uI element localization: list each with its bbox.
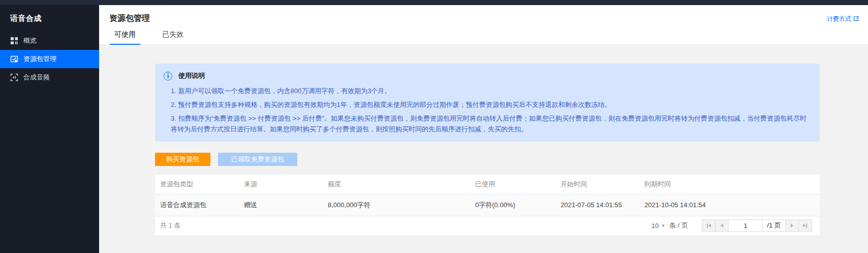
- notice-line: 1. 新用户可以领取一个免费资源包，内含800万调用字符，有效期为3个月。: [171, 86, 810, 96]
- sidebar-item-synth-audio[interactable]: 合成音频: [0, 68, 99, 87]
- sidebar: 语音合成 概览 资源包管理 合成音频: [0, 5, 99, 253]
- page-size-value: 10: [652, 222, 659, 230]
- col-start-time: 开始时间: [555, 175, 639, 194]
- usage-notice: i 使用说明 1. 新用户可以领取一个免费资源包，内含800万调用字符，有效期为…: [155, 64, 820, 142]
- cell-used: 0字符(0.00%): [470, 194, 555, 216]
- sidebar-item-label: 合成音频: [23, 73, 50, 82]
- col-quota: 额度: [323, 175, 470, 194]
- page-header: 资源包管理 计费方式 可使用 已失效: [99, 5, 868, 45]
- per-page-label: 条 / 页: [669, 221, 688, 230]
- content-area: i 使用说明 1. 新用户可以领取一个免费资源包，内含800万调用字符，有效期为…: [99, 45, 868, 252]
- col-source: 来源: [239, 175, 323, 194]
- main-panel: 资源包管理 计费方式 可使用 已失效 i 使用说明 1. 新用户可以领取一个免费…: [99, 5, 868, 253]
- global-top-bar: [0, 0, 868, 5]
- billing-method-label: 计费方式: [827, 15, 851, 23]
- prev-page-icon: [721, 223, 723, 228]
- sidebar-item-label: 概览: [23, 36, 37, 45]
- tab-bar: 可使用 已失效: [110, 26, 205, 45]
- sidebar-item-label: 资源包管理: [23, 54, 56, 64]
- next-page-button[interactable]: [785, 219, 799, 232]
- table-header-row: 资源包类型 来源 额度 已使用 开始时间 到期时间: [155, 175, 820, 194]
- tab-expired[interactable]: 已失效: [158, 26, 188, 45]
- page-number-input[interactable]: [728, 219, 763, 232]
- col-expire-time: 到期时间: [639, 175, 820, 194]
- audio-scan-icon: [10, 73, 18, 81]
- first-page-button[interactable]: [702, 219, 716, 232]
- page-size-select[interactable]: 10 ▼ 条 / 页: [652, 221, 688, 230]
- cell-package-type: 语音合成资源包: [155, 194, 239, 216]
- col-package-type: 资源包类型: [155, 175, 239, 194]
- cell-start-time: 2021-07-05 14:01:55: [555, 194, 639, 216]
- billing-method-link[interactable]: 计费方式: [827, 15, 859, 23]
- prev-page-button[interactable]: [715, 219, 729, 232]
- action-bar: 购买资源包 已领取免费资源包: [155, 153, 820, 166]
- tab-available[interactable]: 可使用: [110, 26, 140, 45]
- notice-line: 2. 预付费资源包支持多种规格，购买的资源包有效期均为1年，资源包额度未使用完的…: [171, 99, 810, 110]
- sidebar-item-overview[interactable]: 概览: [0, 32, 99, 50]
- external-link-icon: [853, 16, 859, 23]
- table-footer: 共 1 条 10 ▼ 条 / 页: [155, 216, 820, 235]
- notice-line: 3. 扣费顺序为“免费资源包 >> 付费资源包 >> 后付费”。如果您未购买付费…: [171, 113, 810, 134]
- package-check-icon: [10, 55, 18, 63]
- col-used: 已使用: [470, 175, 555, 194]
- notice-body: 1. 新用户可以领取一个免费资源包，内含800万调用字符，有效期为3个月。 2.…: [171, 86, 810, 134]
- page-title: 资源包管理: [109, 13, 150, 24]
- grid-icon: [10, 37, 18, 45]
- info-icon: i: [164, 72, 172, 80]
- buy-resource-package-button[interactable]: 购买资源包: [155, 153, 210, 166]
- pagination-controls: /1 页: [702, 219, 812, 232]
- cell-source: 赠送: [239, 194, 323, 216]
- cell-quota: 8,000,000字符: [323, 194, 470, 216]
- notice-title: 使用说明: [178, 71, 205, 80]
- resource-package-table: 资源包类型 来源 额度 已使用 开始时间 到期时间 语音合成资源包 赠送 8,0: [155, 175, 820, 235]
- last-page-icon: [803, 223, 805, 228]
- table-row: 语音合成资源包 赠送 8,000,000字符 0字符(0.00%) 2021-0…: [155, 194, 820, 216]
- first-page-icon: [707, 223, 708, 228]
- next-page-icon: [791, 223, 793, 228]
- last-page-button[interactable]: [798, 219, 812, 232]
- chevron-down-icon: ▼: [661, 223, 665, 228]
- free-package-claimed-button[interactable]: 已领取免费资源包: [218, 153, 297, 166]
- cell-expire-time: 2021-10-05 14:01:54: [639, 194, 820, 216]
- total-count: 共 1 条: [160, 221, 180, 230]
- page-total-label: /1 页: [762, 219, 786, 232]
- product-title: 语音合成: [0, 5, 99, 32]
- sidebar-item-resource-packages[interactable]: 资源包管理: [0, 50, 99, 68]
- sidebar-nav: 概览 资源包管理 合成音频: [0, 32, 99, 87]
